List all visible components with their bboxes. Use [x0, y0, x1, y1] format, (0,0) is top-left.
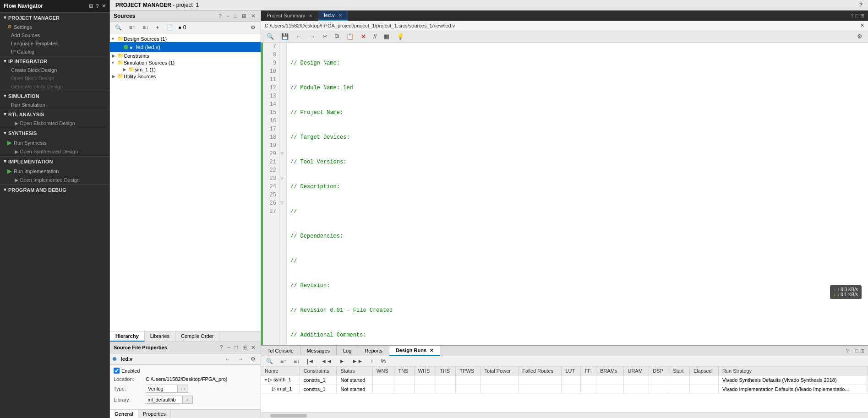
expand-constraints[interactable]: ▶	[112, 53, 117, 58]
editor-settings-btn[interactable]: ⚙	[854, 32, 865, 41]
editor-undo-btn[interactable]: ←	[293, 32, 305, 41]
editor-cut-btn[interactable]: ✂	[320, 32, 330, 41]
sources-minimize-btn[interactable]: −	[225, 12, 231, 20]
sources-help-btn[interactable]: ?	[217, 12, 223, 20]
nav-item-run-simulation[interactable]: Run Simulation	[0, 101, 109, 109]
table-row-impl1[interactable]: ▷ impl_1 constrs_1 Not started	[261, 385, 868, 394]
nav-section-header-simulation[interactable]: ▾ SIMULATION	[0, 91, 109, 101]
bottom-tab-design-runs[interactable]: Design Runs ✕	[389, 346, 440, 356]
runs-expand-btn[interactable]: ≡↓	[291, 357, 302, 365]
flow-nav-icon-tile[interactable]: ⊟	[89, 3, 93, 9]
prop-help-btn[interactable]: ?	[218, 344, 224, 351]
synth1-expand[interactable]: ▾	[265, 377, 267, 382]
runs-search-btn[interactable]: 🔍	[264, 357, 275, 365]
nav-item-open-implemented[interactable]: ▶ Open Implemented Design	[0, 176, 109, 185]
nav-item-open-elaborated[interactable]: ▶ Open Elaborated Design	[0, 119, 109, 128]
bottom-minimize-icon[interactable]: −	[851, 348, 853, 354]
prop-restore-btn[interactable]: □	[233, 344, 239, 351]
prop-type-input[interactable]	[146, 385, 178, 393]
bottom-tab-log[interactable]: Log	[337, 346, 358, 355]
editor-restore-icon[interactable]: □	[855, 13, 858, 19]
sources-collapse-btn[interactable]: ≡↑	[127, 23, 137, 32]
editor-copy2-btn[interactable]: ⧉	[332, 31, 342, 41]
editor-search-btn[interactable]: 🔍	[264, 32, 277, 41]
bottom-tab-messages[interactable]: Messages	[300, 346, 337, 355]
nav-item-run-synthesis[interactable]: ▶ Run Synthesis	[0, 138, 109, 147]
prop-tab-general[interactable]: General	[110, 410, 138, 418]
pm-help-icon[interactable]: ?	[859, 2, 863, 8]
tree-item-constraints[interactable]: ▶ 📁 Constraints	[110, 52, 261, 59]
nav-item-settings[interactable]: ⚙ Settings	[0, 22, 109, 31]
nav-section-header-project-manager[interactable]: ▾ PROJECT MANAGER	[0, 12, 109, 22]
runs-collapse-btn[interactable]: ≡↑	[278, 357, 289, 365]
fold-line-20[interactable]: ▽	[280, 150, 285, 158]
runs-play-btn[interactable]: ►	[337, 357, 347, 365]
editor-tile-icon[interactable]: ⊞	[860, 13, 864, 19]
horizontal-scrollbar[interactable]	[261, 413, 868, 418]
bottom-restore-icon[interactable]: □	[855, 348, 858, 354]
prop-minimize-btn[interactable]: −	[226, 344, 232, 351]
editor-hint-btn[interactable]: 💡	[394, 32, 407, 41]
sources-expand-btn[interactable]: ≡↓	[140, 23, 151, 32]
nav-item-run-implementation[interactable]: ▶ Run Implementation	[0, 166, 109, 176]
sources-tile-btn[interactable]: ⊞	[240, 12, 248, 20]
editor-delete-btn[interactable]: ✕	[358, 32, 369, 41]
sources-tab-hierarchy[interactable]: Hierarchy	[110, 331, 145, 342]
expand-utility-sources[interactable]: ▶	[112, 74, 117, 79]
code-editor[interactable]: 78910 11121314 15161718 19202122 2324252…	[263, 43, 868, 345]
tree-item-sim1[interactable]: ▶ 📁 sim_1 (1)	[110, 66, 261, 73]
flow-nav-icon-close[interactable]: ✕	[102, 3, 106, 9]
sources-add-btn[interactable]: +	[153, 23, 161, 32]
runs-next-next-btn[interactable]: ►►	[350, 357, 366, 365]
nav-item-ip-catalog[interactable]: IP Catalog	[0, 48, 109, 56]
editor-tab-project-summary[interactable]: Project Summary ✕	[261, 11, 318, 20]
runs-percent-btn[interactable]: %	[378, 357, 388, 365]
prop-enabled-checkbox[interactable]	[114, 368, 120, 374]
sources-tab-libraries[interactable]: Libraries	[145, 331, 175, 342]
nav-item-add-sources[interactable]: Add Sources	[0, 31, 109, 39]
nav-section-header-synthesis[interactable]: ▾ SYNTHESIS	[0, 128, 109, 138]
editor-path-close[interactable]: ✕	[860, 22, 864, 28]
prop-library-input[interactable]	[146, 396, 182, 404]
prop-type-more-btn[interactable]: ···	[178, 385, 188, 393]
editor-tab-led-v[interactable]: led.v ✕	[318, 11, 348, 21]
editor-grid-btn[interactable]: ▦	[381, 32, 392, 41]
tab-close-project-summary[interactable]: ✕	[309, 13, 312, 18]
runs-prev-prev-btn[interactable]: ◄◄	[319, 357, 334, 365]
bottom-tab-reports[interactable]: Reports	[358, 346, 389, 355]
editor-save-btn[interactable]: 💾	[278, 32, 291, 41]
scrollbar-thumb[interactable]	[270, 414, 307, 418]
prop-back-btn[interactable]: ←	[223, 355, 233, 363]
prop-settings-btn[interactable]: ⚙	[248, 355, 258, 363]
table-row-synth1[interactable]: ▾ ▷ synth_1 constrs_1 Not started	[261, 375, 868, 385]
fold-line-26[interactable]: ▽	[280, 199, 285, 207]
fold-line-23[interactable]: ▽	[280, 174, 285, 183]
bottom-help-icon[interactable]: ?	[846, 348, 849, 354]
tree-item-led[interactable]: ■ led (led.v)	[110, 42, 261, 52]
runs-first-btn[interactable]: |◄	[305, 357, 316, 365]
sources-settings-btn[interactable]: ⚙	[248, 23, 258, 32]
editor-help-icon[interactable]: ?	[851, 13, 853, 19]
sources-restore-btn[interactable]: □	[233, 12, 239, 20]
prop-library-more-btn[interactable]: ···	[182, 396, 193, 404]
sources-close-btn[interactable]: ✕	[250, 12, 257, 20]
bottom-tab-tcl-console[interactable]: Tcl Console	[261, 346, 300, 355]
nav-item-language-templates[interactable]: Language Templates	[0, 39, 109, 48]
sources-file-btn[interactable]: 📄	[164, 23, 175, 32]
code-content[interactable]: // Design Name: // Module Name: led // P…	[287, 43, 868, 345]
tree-item-design-sources[interactable]: ▾ 📁 Design Sources (1)	[110, 35, 261, 42]
sources-search-btn[interactable]: 🔍	[113, 23, 124, 32]
prop-forward-btn[interactable]: →	[235, 355, 246, 363]
expand-sim1[interactable]: ▶	[123, 67, 128, 72]
nav-section-header-rtl[interactable]: ▾ RTL ANALYSIS	[0, 109, 109, 119]
nav-section-header-impl[interactable]: ▾ IMPLEMENTATION	[0, 156, 109, 166]
nav-item-create-block-design[interactable]: Create Block Design	[0, 66, 109, 74]
sources-tab-compile-order[interactable]: Compile Order	[175, 331, 220, 342]
expand-design-sources[interactable]: ▾	[112, 36, 117, 41]
runs-add-btn[interactable]: +	[368, 357, 376, 365]
flow-nav-icon-help[interactable]: ?	[96, 3, 99, 9]
prop-tile-btn[interactable]: ⊞	[241, 344, 248, 351]
tree-item-sim-sources[interactable]: ▾ 📁 Simulation Sources (1)	[110, 59, 261, 66]
nav-section-header-prog-debug[interactable]: ▾ PROGRAM AND DEBUG	[0, 185, 109, 195]
nav-section-header-ip-integrator[interactable]: ▾ IP INTEGRATOR	[0, 56, 109, 66]
